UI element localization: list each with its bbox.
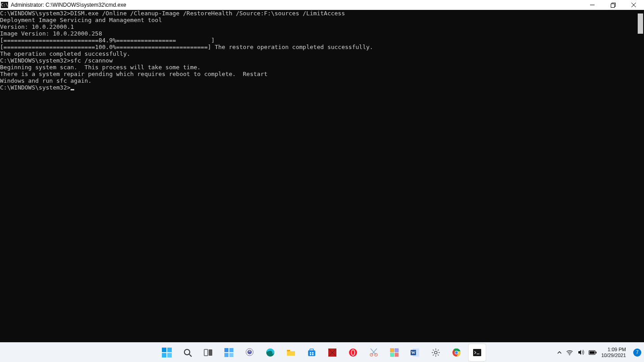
app-grid-icon (389, 348, 399, 358)
svg-rect-18 (310, 349, 313, 351)
svg-rect-2 (167, 348, 172, 352)
wifi-icon[interactable] (566, 349, 573, 356)
clock-date: 10/29/2021 (601, 353, 626, 358)
opera-icon (348, 348, 358, 358)
word-icon: W (410, 348, 420, 358)
widgets-icon (224, 348, 234, 358)
svg-rect-21 (310, 354, 311, 355)
svg-rect-11 (229, 353, 233, 357)
cmd-icon: C:\ (1, 2, 8, 8)
taskbar-item-cmd[interactable] (469, 344, 486, 361)
svg-rect-16 (287, 350, 290, 351)
minimize-icon (590, 3, 595, 7)
taskbar-item-start[interactable] (158, 344, 175, 361)
terminal-line: There is a system repair pending which r… (0, 71, 637, 77)
taskbar-item-word[interactable]: W (407, 344, 424, 361)
file-explorer-icon (286, 348, 296, 358)
terminal-line: Image Version: 10.0.22000.258 (0, 30, 637, 37)
svg-rect-1 (162, 348, 166, 352)
svg-rect-44 (595, 352, 596, 353)
svg-rect-10 (224, 353, 228, 357)
store-icon (307, 348, 317, 358)
taskbar-center: W (158, 344, 486, 361)
titlebar[interactable]: C:\ Administrator: C:\WINDOWS\system32\c… (0, 0, 644, 10)
taskbar: W (0, 342, 644, 362)
svg-rect-9 (229, 348, 233, 352)
chat-icon (245, 348, 255, 358)
maximize-button[interactable] (603, 0, 623, 10)
svg-text:W: W (411, 350, 416, 355)
close-button[interactable] (623, 0, 644, 10)
svg-rect-32 (395, 353, 398, 357)
scrollbar[interactable] (637, 10, 644, 342)
svg-point-13 (247, 350, 252, 354)
clock[interactable]: 1:09 PM 10/29/2021 (601, 347, 626, 358)
window-controls (582, 0, 644, 10)
svg-rect-6 (204, 349, 208, 356)
volume-icon[interactable] (577, 349, 584, 356)
terminal-output[interactable]: C:\WINDOWS\system32>DISM.exe /Online /Cl… (0, 10, 637, 342)
edge-icon (265, 348, 275, 358)
terminal-line: C:\WINDOWS\system32> (0, 84, 637, 91)
svg-rect-3 (162, 353, 166, 358)
clock-time: 1:09 PM (601, 347, 626, 353)
svg-rect-7 (209, 349, 212, 356)
taskbar-item-snip[interactable] (365, 344, 382, 361)
svg-point-5 (184, 349, 190, 355)
svg-point-26 (352, 350, 354, 355)
chevron-up-icon (557, 350, 562, 355)
svg-point-39 (455, 351, 458, 354)
svg-rect-17 (308, 350, 315, 356)
taskbar-item-settings[interactable] (427, 344, 444, 361)
terminal-line: C:\WINDOWS\system32>DISM.exe /Online /Cl… (0, 10, 637, 17)
snip-icon (369, 348, 379, 358)
taskbar-item-chrome[interactable] (448, 344, 465, 361)
svg-point-41 (569, 354, 570, 355)
terminal-line: Version: 10.0.22000.1 (0, 23, 637, 30)
battery-icon[interactable] (589, 350, 597, 355)
svg-rect-4 (167, 353, 172, 358)
window-title: Administrator: C:\WINDOWS\system32\cmd.e… (11, 2, 582, 8)
task-view-icon (203, 348, 213, 358)
terminal-line: Deployment Image Servicing and Managemen… (0, 17, 637, 23)
search-icon (183, 348, 192, 358)
taskbar-item-chat[interactable] (241, 344, 258, 361)
terminal-line: [==========================100.0%=======… (0, 44, 637, 50)
notifications-badge[interactable]: 7 (633, 349, 641, 357)
svg-point-36 (434, 351, 437, 354)
terminal-line: Windows and run sfc again. (0, 77, 637, 84)
taskbar-item-app-grid[interactable] (386, 344, 403, 361)
scrollbar-thumb[interactable] (638, 13, 643, 34)
cmd-window: C:\ Administrator: C:\WINDOWS\system32\c… (0, 0, 644, 342)
terminal-line: C:\WINDOWS\system32>sfc /scannow (0, 57, 637, 64)
taskbar-item-edge[interactable] (262, 344, 279, 361)
minimize-button[interactable] (582, 0, 603, 10)
terminal-line: The operation completed successfully. (0, 50, 637, 57)
taskbar-item-task-view[interactable] (200, 344, 217, 361)
tray-overflow[interactable] (557, 350, 562, 355)
cursor (71, 89, 74, 90)
terminal-icon (472, 348, 482, 358)
svg-rect-20 (312, 352, 313, 353)
taskbar-item-widgets[interactable] (220, 344, 237, 361)
taskbar-item-opera[interactable] (344, 344, 362, 361)
svg-rect-43 (590, 351, 595, 354)
svg-rect-40 (473, 349, 481, 356)
terminal-line: Beginning system scan. This process will… (0, 64, 637, 71)
chrome-icon (452, 348, 461, 358)
svg-rect-8 (224, 348, 228, 352)
taskbar-item-file-explorer[interactable] (282, 344, 300, 361)
svg-rect-19 (310, 352, 311, 353)
svg-rect-0 (611, 4, 614, 7)
taskbar-item-microsoft-store[interactable] (303, 344, 320, 361)
terminal-line: [===========================84.9%=======… (0, 37, 637, 44)
close-icon (631, 3, 636, 7)
svg-rect-30 (395, 349, 398, 352)
svg-rect-22 (312, 354, 313, 355)
svg-rect-14 (249, 351, 250, 352)
taskbar-item-search[interactable] (179, 344, 196, 361)
start-icon (162, 348, 172, 358)
taskbar-item-app-red[interactable] (324, 344, 341, 361)
app-red-icon (327, 348, 337, 358)
restore-icon (611, 3, 616, 8)
